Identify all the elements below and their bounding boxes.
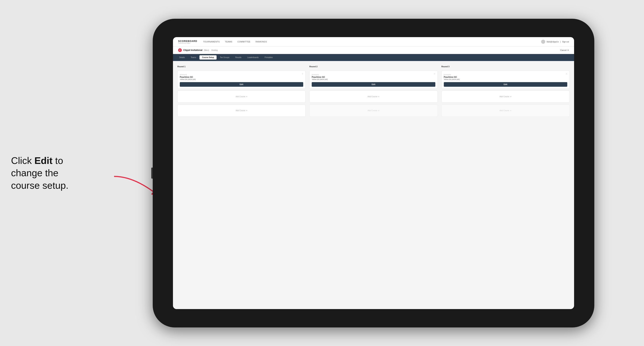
round-2-add-course-1[interactable]: Add Course + xyxy=(309,91,438,103)
round-2-delete-icon[interactable]: ○ xyxy=(433,72,436,75)
nav-links: TOURNAMENTS TEAMS COMMITTEE RANKINGS xyxy=(203,41,541,43)
rounds-container: Round 1 (Course A) Peachtree GC Yellow (… xyxy=(178,65,570,117)
round-1-add-plus-1: + xyxy=(246,95,248,98)
user-email: blair@clippd.io xyxy=(547,41,559,43)
nav-teams[interactable]: TEAMS xyxy=(225,41,232,43)
round-2-column: Round 2 (Course A) Peachtree GC Yellow (… xyxy=(309,65,438,117)
round-3-title: Round 3 xyxy=(442,65,570,68)
tournament-gender: (Men) xyxy=(204,49,209,51)
round-2-title: Round 2 xyxy=(309,65,438,68)
round-2-course-name: Peachtree GC xyxy=(312,76,435,78)
bold-edit: Edit xyxy=(34,155,52,166)
tab-tee-groups[interactable]: Tee Groups xyxy=(217,55,232,59)
round-1-add-course-1-label: Add Course xyxy=(236,96,245,98)
round-3-course-label: (Course A) xyxy=(444,74,451,76)
round-1-course-label: (Course A) xyxy=(180,74,187,76)
cancel-button[interactable]: Cancel ✕ xyxy=(560,49,569,51)
tab-bar: Details Teams Course Setup Tee Groups Re… xyxy=(173,54,574,61)
round-2-add-plus-2: + xyxy=(378,109,380,112)
scoreboard-logo: SCOREBOARD Powered by clippd xyxy=(178,40,197,44)
round-1-course-details: Yellow (M) (6629 yds) xyxy=(180,78,303,80)
round-2-course-card: (Course A) Peachtree GC Yellow (M) (6629… xyxy=(309,71,438,89)
round-1-course-name: Peachtree GC xyxy=(180,76,303,78)
round-3-course-name: Peachtree GC xyxy=(444,76,567,78)
round-1-delete-icon[interactable]: ○ xyxy=(301,72,304,75)
round-1-add-course-2-label: Add Course xyxy=(236,110,245,112)
round-3-column: Round 3 (Course A) Peachtree GC Yellow (… xyxy=(442,65,570,117)
round-3-course-details: Yellow (M) (6629 yds) xyxy=(444,78,567,80)
round-1-add-course-2[interactable]: Add Course + xyxy=(178,105,306,117)
hosting-badge: Hosting xyxy=(212,49,218,51)
round-3-add-plus-2: + xyxy=(510,109,512,112)
nav-committee[interactable]: COMMITTEE xyxy=(238,41,250,43)
top-nav-right: blair@clippd.io | Sign out xyxy=(541,40,569,44)
logo-subtitle: Powered by clippd xyxy=(178,42,197,44)
round-3-add-course-1[interactable]: Add Course + xyxy=(442,91,570,103)
nav-tournaments[interactable]: TOURNAMENTS xyxy=(203,41,220,43)
tournament-name: Clippd Invitational xyxy=(183,49,202,51)
round-1-add-plus-2: + xyxy=(246,109,248,112)
round-3-add-course-2-label: Add Course xyxy=(500,110,509,112)
round-2-course-details: Yellow (M) (6629 yds) xyxy=(312,78,435,80)
round-2-course-label: (Course A) xyxy=(312,74,319,76)
round-2-edit-button[interactable]: Edit xyxy=(312,82,435,87)
round-1-add-course-1[interactable]: Add Course + xyxy=(178,91,306,103)
main-content: Round 1 (Course A) Peachtree GC Yellow (… xyxy=(173,61,574,309)
round-2-add-course-2: Add Course + xyxy=(309,105,438,117)
tablet-side-button xyxy=(151,168,153,178)
sign-out-link[interactable]: Sign out xyxy=(562,41,569,43)
round-3-add-course-1-label: Add Course xyxy=(500,96,509,98)
clippd-icon: C xyxy=(178,48,182,52)
round-3-course-card: (Course A) Peachtree GC Yellow (M) (6629… xyxy=(442,71,570,89)
round-1-column: Round 1 (Course A) Peachtree GC Yellow (… xyxy=(178,65,306,117)
instruction-text: Click Edit tochange thecourse setup. xyxy=(11,154,118,192)
tablet-screen: SCOREBOARD Powered by clippd TOURNAMENTS… xyxy=(173,37,574,309)
round-1-course-card: (Course A) Peachtree GC Yellow (M) (6629… xyxy=(178,71,306,89)
top-navigation: SCOREBOARD Powered by clippd TOURNAMENTS… xyxy=(173,37,574,47)
separator: | xyxy=(560,41,561,43)
round-2-add-course-2-label: Add Course xyxy=(368,110,378,112)
tab-teams[interactable]: Teams xyxy=(188,55,199,59)
user-avatar xyxy=(541,40,545,44)
round-3-edit-button[interactable]: Edit xyxy=(444,82,567,87)
tablet-device: SCOREBOARD Powered by clippd TOURNAMENTS… xyxy=(153,19,594,328)
round-1-edit-button[interactable]: Edit xyxy=(180,82,303,87)
sub-header: C Clippd Invitational (Men) Hosting Canc… xyxy=(173,47,574,54)
sub-header-left: C Clippd Invitational (Men) Hosting xyxy=(178,48,218,52)
nav-rankings[interactable]: RANKINGS xyxy=(256,41,267,43)
round-2-add-plus-1: + xyxy=(378,95,380,98)
round-3-add-plus-1: + xyxy=(510,95,512,98)
round-1-title: Round 1 xyxy=(178,65,306,68)
tab-printables[interactable]: Printables xyxy=(262,55,275,59)
tab-results[interactable]: Results xyxy=(233,55,244,59)
round-3-add-course-2: Add Course + xyxy=(442,105,570,117)
tab-course-setup[interactable]: Course Setup xyxy=(200,55,216,59)
round-3-delete-icon[interactable]: ○ xyxy=(565,72,568,75)
tab-details[interactable]: Details xyxy=(177,55,188,59)
logo-title: SCOREBOARD xyxy=(178,40,197,42)
tab-leaderboards[interactable]: Leaderboards xyxy=(245,55,261,59)
round-2-add-course-1-label: Add Course xyxy=(368,96,378,98)
